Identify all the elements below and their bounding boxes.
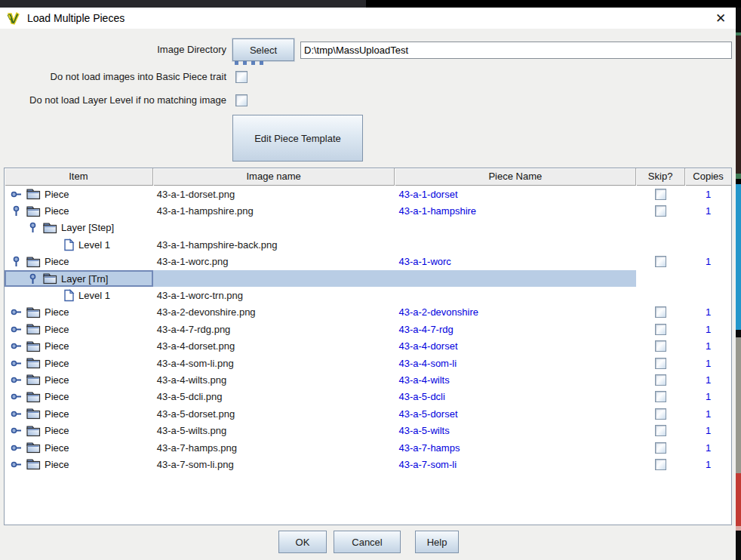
item-cell[interactable]: Level 1 — [5, 287, 153, 303]
tree-handle-collapsed-icon[interactable] — [11, 425, 22, 436]
piece-name-cell[interactable]: 43-a-1-hampshire — [395, 202, 636, 219]
piece-name-cell[interactable]: 43-a-4-7-rdg — [395, 321, 636, 337]
no-layer-level-checkbox[interactable] — [235, 94, 248, 106]
tree-row[interactable]: Piece43-a-7-som-li.png43-a-7-som-li1 — [5, 456, 731, 472]
item-cell[interactable]: Piece — [5, 338, 153, 355]
item-cell[interactable]: Piece — [5, 456, 153, 472]
tree-handle-collapsed-icon[interactable] — [11, 324, 22, 335]
skip-checkbox[interactable] — [655, 425, 666, 436]
image-name-cell[interactable]: 43-a-7-som-li.png — [153, 456, 395, 472]
tree-handle-collapsed-icon[interactable] — [11, 374, 22, 386]
image-name-cell[interactable] — [153, 270, 395, 287]
item-cell[interactable]: Piece — [5, 186, 153, 202]
image-name-cell[interactable]: 43-a-5-dcli.png — [153, 389, 395, 405]
skip-checkbox[interactable] — [655, 205, 666, 217]
item-cell[interactable]: Piece — [5, 422, 153, 438]
piece-name-cell[interactable] — [395, 236, 636, 253]
tree-handle-expanded-icon[interactable] — [11, 205, 22, 217]
skip-checkbox[interactable] — [655, 189, 666, 200]
skip-checkbox[interactable] — [655, 340, 666, 352]
copies-cell[interactable]: 1 — [685, 439, 731, 456]
piece-name-cell[interactable] — [395, 287, 636, 303]
copies-cell[interactable]: 1 — [685, 321, 731, 337]
item-cell[interactable]: Layer [Step] — [5, 220, 153, 236]
piece-name-cell[interactable]: 43-a-1-worc — [395, 254, 636, 270]
image-name-cell[interactable] — [153, 220, 395, 236]
tree-row[interactable]: Piece43-a-2-devonshire.png43-a-2-devonsh… — [5, 304, 731, 321]
image-name-cell[interactable]: 43-a-4-7-rdg.png — [153, 321, 395, 337]
copies-cell[interactable]: 1 — [685, 304, 731, 321]
item-cell[interactable]: Layer [Trn] — [5, 270, 153, 287]
tree-row[interactable]: Level 143-a-1-worc-trn.png — [5, 287, 731, 303]
tree-handle-collapsed-icon[interactable] — [11, 189, 22, 200]
piece-name-link[interactable]: 43-a-4-wilts — [398, 374, 449, 386]
piece-name-link[interactable]: 43-a-4-7-rdg — [398, 324, 453, 335]
tree-handle-expanded-icon[interactable] — [11, 256, 22, 267]
skip-checkbox[interactable] — [655, 358, 666, 369]
image-name-cell[interactable]: 43-a-7-hamps.png — [153, 439, 395, 456]
piece-name-cell[interactable]: 43-a-5-dcli — [395, 389, 636, 405]
piece-name-link[interactable]: 43-a-1-worc — [398, 256, 450, 267]
cancel-button[interactable]: Cancel — [334, 531, 401, 553]
piece-name-link[interactable]: 43-a-2-devonshire — [398, 306, 478, 318]
column-header-piece-name[interactable]: Piece Name — [395, 168, 636, 186]
copies-cell[interactable]: 1 — [685, 338, 731, 355]
tree-handle-collapsed-icon[interactable] — [11, 391, 22, 402]
piece-name-cell[interactable]: 43-a-4-som-li — [395, 355, 636, 371]
skip-checkbox[interactable] — [655, 256, 666, 267]
item-cell[interactable]: Piece — [5, 371, 153, 388]
piece-name-cell[interactable] — [395, 270, 636, 287]
item-cell[interactable]: Piece — [5, 439, 153, 456]
tree-handle-expanded-icon[interactable] — [27, 273, 38, 285]
piece-name-cell[interactable]: 43-a-5-wilts — [395, 422, 636, 438]
tree-handle-collapsed-icon[interactable] — [11, 408, 22, 420]
item-cell[interactable]: Piece — [5, 202, 153, 219]
tree-row[interactable]: Piece43-a-4-dorset.png43-a-4-dorset1 — [5, 338, 731, 355]
image-name-cell[interactable]: 43-a-1-worc.png — [153, 254, 395, 270]
image-name-cell[interactable]: 43-a-4-som-li.png — [153, 355, 395, 371]
image-name-cell[interactable]: 43-a-2-devonshire.png — [153, 304, 395, 321]
tree-row[interactable]: Layer [Step] — [5, 220, 731, 236]
piece-name-link[interactable]: 43-a-5-dcli — [398, 391, 444, 402]
image-name-cell[interactable]: 43-a-5-dorset.png — [153, 405, 395, 422]
piece-name-cell[interactable]: 43-a-7-som-li — [395, 456, 636, 472]
tree-row[interactable]: Level 143-a-1-hampshire-back.png — [5, 236, 731, 253]
item-cell[interactable]: Piece — [5, 254, 153, 270]
copies-cell[interactable] — [685, 220, 731, 236]
image-name-cell[interactable]: 43-a-1-hampshire.png — [153, 202, 395, 219]
skip-checkbox[interactable] — [655, 391, 666, 402]
piece-name-cell[interactable]: 43-a-7-hamps — [395, 439, 636, 456]
piece-name-link[interactable]: 43-a-7-som-li — [398, 459, 457, 470]
column-header-image[interactable]: Image name — [153, 168, 395, 186]
copies-cell[interactable]: 1 — [685, 389, 731, 405]
item-cell[interactable]: Piece — [5, 321, 153, 337]
skip-checkbox[interactable] — [655, 374, 666, 386]
copies-cell[interactable]: 1 — [685, 405, 731, 422]
tree-handle-expanded-icon[interactable] — [27, 222, 38, 233]
skip-checkbox[interactable] — [655, 442, 666, 454]
piece-name-link[interactable]: 43-a-5-wilts — [398, 425, 449, 436]
tree-row[interactable]: Layer [Trn] — [5, 270, 731, 287]
tree-row[interactable]: Piece43-a-5-dcli.png43-a-5-dcli1 — [5, 389, 731, 405]
item-cell[interactable]: Piece — [5, 355, 153, 371]
image-name-cell[interactable]: 43-a-4-wilts.png — [153, 371, 395, 388]
piece-name-link[interactable]: 43-a-4-som-li — [398, 358, 457, 369]
tree-row[interactable]: Piece43-a-1-worc.png43-a-1-worc1 — [5, 254, 731, 270]
copies-cell[interactable]: 1 — [685, 422, 731, 438]
image-name-cell[interactable]: 43-a-1-hampshire-back.png — [153, 236, 395, 253]
item-cell[interactable]: Piece — [5, 389, 153, 405]
tree-handle-collapsed-icon[interactable] — [11, 340, 22, 352]
tree-row[interactable]: Piece43-a-1-dorset.png43-a-1-dorset1 — [5, 186, 731, 202]
piece-name-cell[interactable]: 43-a-2-devonshire — [395, 304, 636, 321]
piece-name-cell[interactable]: 43-a-4-wilts — [395, 371, 636, 388]
item-cell[interactable]: Piece — [5, 405, 153, 422]
column-header-item[interactable]: Item — [5, 168, 153, 186]
piece-name-link[interactable]: 43-a-7-hamps — [398, 442, 460, 454]
copies-cell[interactable]: 1 — [685, 186, 731, 202]
no-basic-piece-checkbox[interactable] — [235, 71, 248, 83]
tree-row[interactable]: Piece43-a-7-hamps.png43-a-7-hamps1 — [5, 439, 731, 456]
skip-checkbox[interactable] — [655, 324, 666, 335]
tree-row[interactable]: Piece43-a-4-wilts.png43-a-4-wilts1 — [5, 371, 731, 388]
copies-cell[interactable]: 1 — [685, 355, 731, 371]
image-directory-field[interactable] — [300, 42, 732, 59]
